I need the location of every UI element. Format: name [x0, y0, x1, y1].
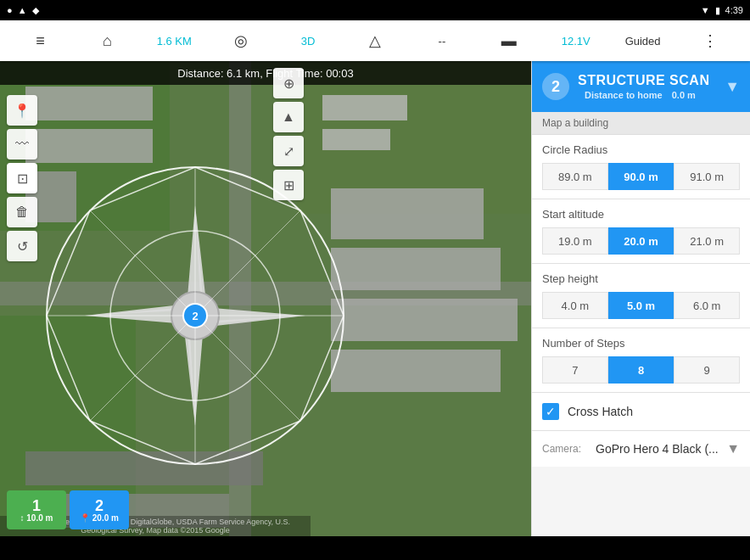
- mission-bar: 1 ↕ 10.0 m 2 📍 20.0 m: [0, 484, 136, 536]
- svg-rect-10: [322, 129, 390, 150]
- num-steps-values: 7 8 9: [542, 356, 740, 384]
- camera-label: Camera:: [542, 443, 589, 455]
- mission-1-altitude: ↕ 10.0 m: [20, 513, 53, 523]
- menu-button[interactable]: ≡: [7, 20, 74, 61]
- cross-hatch-label: Cross Hatch: [568, 405, 633, 418]
- link-quality: --: [408, 20, 475, 61]
- map-building-label: Map a building: [532, 112, 750, 135]
- status-right: ▼ ▮ 4:39: [701, 5, 743, 16]
- scan-subtitle: Distance to home 0.0 m: [578, 90, 716, 100]
- area-tool-button[interactable]: ⊡: [7, 163, 37, 193]
- time-display: 4:39: [725, 5, 743, 15]
- start-altitude-high[interactable]: 21.0 m: [674, 227, 740, 255]
- undo-tool-button[interactable]: ↺: [7, 231, 37, 261]
- step-height-section: Step height 4.0 m 5.0 m 6.0 m: [532, 264, 750, 328]
- camera-row: Camera: GoPro Hero 4 Black (... ▼: [532, 431, 750, 467]
- path-tool-button[interactable]: 〰: [7, 129, 37, 160]
- map-area[interactable]: Distance: 6.1 km, Flight Time: 00:03: [0, 61, 531, 536]
- svg-rect-15: [25, 451, 263, 485]
- num-steps-high[interactable]: 9: [674, 356, 740, 384]
- num-steps-mid[interactable]: 8: [608, 356, 674, 384]
- camera-dropdown-button[interactable]: ▼: [726, 441, 740, 456]
- signal-display: △: [342, 20, 409, 61]
- battery-display: ▬: [475, 20, 542, 61]
- wifi-icon: ●: [7, 5, 13, 15]
- right-panel: 2 STRUCTURE SCAN Distance to home 0.0 m …: [531, 61, 750, 536]
- status-left: ● ▲ ◆: [7, 5, 39, 16]
- subtitle-value: 0.0 m: [672, 90, 696, 100]
- scan-title-area: STRUCTURE SCAN Distance to home 0.0 m: [578, 73, 716, 100]
- step-height-high[interactable]: 6.0 m: [674, 292, 740, 319]
- status-bar: ● ▲ ◆ ▼ ▮ 4:39: [0, 0, 750, 20]
- camera-value: GoPro Hero 4 Black (...: [596, 442, 719, 456]
- layers-button[interactable]: ⊞: [273, 170, 304, 200]
- more-options-button[interactable]: ⋮: [676, 20, 743, 61]
- circle-radius-low[interactable]: 89.0 m: [542, 163, 608, 190]
- battery-icon: ▮: [715, 5, 720, 16]
- svg-rect-12: [331, 248, 501, 290]
- circle-radius-section: Circle Radius 89.0 m 90.0 m 91.0 m: [532, 135, 750, 199]
- cross-hatch-row: ✓ Cross Hatch: [532, 393, 750, 431]
- network-icon: ▼: [701, 5, 710, 15]
- circle-radius-label: Circle Radius: [542, 143, 740, 156]
- svg-rect-6: [25, 87, 153, 120]
- toolbar: ≡ ⌂ 1.6 KM ◎ 3D △ -- ▬ 12.1V Guided ⋮: [0, 20, 750, 61]
- distance-bar: Distance: 6.1 km, Flight Time: 00:03: [0, 61, 531, 85]
- signal-icon: ▲: [18, 5, 27, 15]
- step-height-mid[interactable]: 5.0 m: [608, 292, 674, 319]
- svg-rect-14: [331, 350, 501, 392]
- start-altitude-section: Start altitude 19.0 m 20.0 m 21.0 m: [532, 199, 750, 264]
- distance-text: Distance: 6.1 km, Flight Time: 00:03: [177, 67, 353, 80]
- mode-3d-button[interactable]: 3D: [275, 20, 342, 61]
- main-area: Distance: 6.1 km, Flight Time: 00:03: [0, 61, 750, 560]
- start-altitude-mid[interactable]: 20.0 m: [608, 227, 674, 255]
- scan-collapse-button[interactable]: ▼: [725, 78, 740, 96]
- mission-item-2[interactable]: 2 📍 20.0 m: [70, 490, 129, 529]
- gps-button[interactable]: ◎: [208, 20, 275, 61]
- step-height-label: Step height: [542, 272, 740, 285]
- fit-map-button[interactable]: ⤢: [273, 136, 304, 166]
- map-controls: ⊕ ▲ ⤢ ⊞: [273, 68, 304, 200]
- mission-1-number: 1: [32, 498, 41, 513]
- scan-number: 2: [542, 73, 569, 100]
- cross-hatch-checkbox[interactable]: ✓: [542, 403, 559, 420]
- left-sidebar: 📍 〰 ⊡ 🗑 ↺: [7, 95, 37, 261]
- svg-rect-7: [25, 129, 153, 163]
- center-map-button[interactable]: ⊕: [273, 68, 304, 98]
- flight-mode-display: Guided: [609, 20, 676, 61]
- step-height-values: 4.0 m 5.0 m 6.0 m: [542, 292, 740, 319]
- svg-rect-11: [331, 188, 484, 239]
- scan-title: STRUCTURE SCAN: [578, 73, 716, 88]
- svg-text:2: 2: [192, 310, 198, 322]
- circle-radius-high[interactable]: 91.0 m: [674, 163, 740, 190]
- start-altitude-values: 19.0 m 20.0 m 21.0 m: [542, 227, 740, 255]
- delete-tool-button[interactable]: 🗑: [7, 197, 37, 227]
- circle-radius-values: 89.0 m 90.0 m 91.0 m: [542, 163, 740, 190]
- step-height-low[interactable]: 4.0 m: [542, 292, 608, 319]
- num-steps-label: Number of Steps: [542, 337, 740, 350]
- num-steps-section: Number of Steps 7 8 9: [532, 328, 750, 393]
- circle-radius-mid[interactable]: 90.0 m: [608, 163, 674, 190]
- mission-item-1[interactable]: 1 ↕ 10.0 m: [7, 490, 66, 529]
- start-altitude-label: Start altitude: [542, 208, 740, 221]
- mission-2-altitude: 📍 20.0 m: [80, 513, 119, 523]
- structure-scan-header: 2 STRUCTURE SCAN Distance to home 0.0 m …: [532, 61, 750, 112]
- start-altitude-low[interactable]: 19.0 m: [542, 227, 608, 255]
- location-icon: ◆: [32, 5, 39, 16]
- north-up-button[interactable]: ▲: [273, 102, 304, 132]
- num-steps-low[interactable]: 7: [542, 356, 608, 384]
- waypoint-tool-button[interactable]: 📍: [7, 95, 37, 126]
- voltage-display: 12.1V: [542, 20, 609, 61]
- mission-2-number: 2: [95, 498, 104, 513]
- subtitle-label: Distance to home: [585, 90, 663, 100]
- home-button[interactable]: ⌂: [74, 20, 141, 61]
- svg-rect-13: [331, 299, 518, 341]
- map-overlay: 2: [0, 61, 531, 536]
- distance-display: 1.6 KM: [141, 20, 208, 61]
- svg-rect-9: [322, 95, 407, 120]
